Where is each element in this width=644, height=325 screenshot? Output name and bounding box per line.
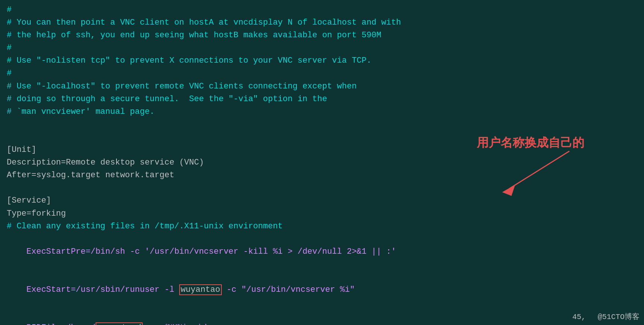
svg-line-0 — [510, 151, 569, 188]
clean-comment: # Clean any existing files in /tmp/.X11-… — [7, 220, 637, 233]
line-1: # — [7, 4, 637, 16]
line-8: # doing so through a secure tunnel. See … — [7, 93, 637, 106]
execstart-suffix: -c "/usr/bin/vncserver %i" — [222, 285, 355, 294]
execstart-username: wuyantao — [179, 284, 222, 295]
line-5: # Use "-nolisten tcp" to prevent X conne… — [7, 54, 637, 67]
execstartpre-text: ExecStartPre=/bin/sh -c '/usr/bin/vncser… — [27, 247, 396, 256]
pidfile-line: PIDFile=/home/wuyantao/.vnc/%H%i.pid — [7, 309, 637, 325]
line-7: # Use "-localhost" to prevent remote VNC… — [7, 80, 637, 93]
execstart-line: ExecStart=/usr/sbin/runuser -l wuyantao … — [7, 271, 637, 309]
line-3: # the help of ssh, you end up seeing wha… — [7, 29, 637, 42]
line-4: # — [7, 42, 637, 54]
type-line: Type=forking — [7, 207, 637, 220]
line-2: # You can then point a VNC client on hos… — [7, 16, 637, 29]
terminal: # # You can then point a VNC client on h… — [0, 0, 644, 325]
pidfile-username: wuyantao/ — [96, 322, 143, 325]
annotation-arrow — [487, 147, 607, 200]
line-number: 45, — [572, 313, 586, 321]
svg-marker-1 — [502, 185, 515, 196]
status-bar: 45, @51CTO博客 — [572, 311, 640, 323]
pidfile-prefix: PIDFile=/home/ — [27, 323, 96, 325]
execstartpre-line: ExecStartPre=/bin/sh -c '/usr/bin/vncser… — [7, 233, 637, 271]
execstart-prefix: ExecStart=/usr/sbin/runuser -l — [27, 285, 179, 294]
blog-text: @51CTO博客 — [598, 313, 640, 321]
line-9: # `man vncviewer' manual page. — [7, 106, 637, 118]
line-6: # — [7, 67, 637, 80]
blank-1 — [7, 118, 637, 131]
pidfile-suffix: .vnc/%H%i.pid — [143, 323, 207, 325]
